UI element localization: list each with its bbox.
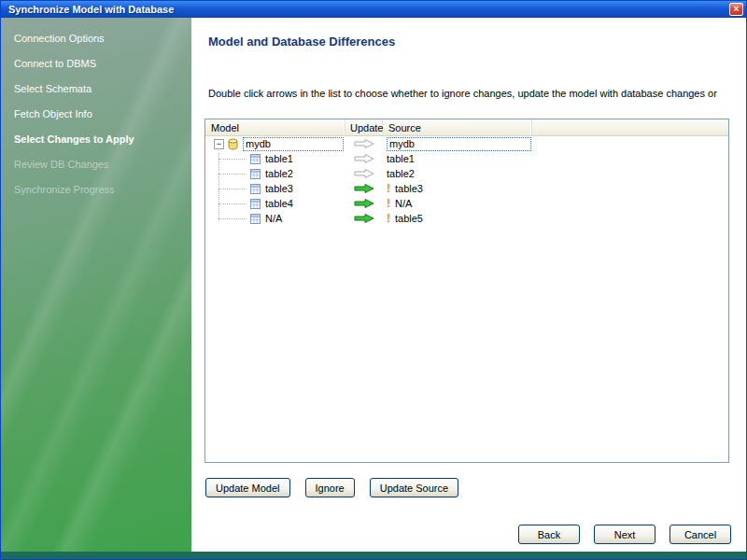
table-row[interactable]: table1table1 [205,151,728,166]
tree-expander-icon[interactable]: − [214,139,224,149]
table-row[interactable]: table2table2 [205,166,728,181]
update-cell [345,136,383,151]
tree-connector-line [218,218,247,219]
model-cell: table3 [205,181,345,196]
wizard-window: Synchronize Model with Database × Connec… [0,0,747,560]
update-arrow-icon[interactable] [353,198,375,209]
model-object-label: table4 [265,198,293,209]
ignore-arrow-icon[interactable] [353,153,375,164]
table-body: −mydbmydbtable1table1table2table2table3!… [205,136,728,226]
update-cell [345,181,383,196]
model-object-label: table1 [265,153,293,164]
source-object-label: table5 [395,213,423,224]
source-cell: !table5 [383,211,532,226]
ignore-button[interactable]: Ignore [305,478,355,497]
update-cell [345,151,383,166]
differences-table: Model Update Source −mydbmydbtable1table… [204,119,729,463]
model-object-label: N/A [265,213,282,224]
table-row[interactable]: table4!N/A [205,196,728,211]
titlebar: Synchronize Model with Database × [1,1,746,18]
source-cell: mydb [383,136,532,151]
warning-icon: ! [387,212,395,225]
sidebar-step-4: Fetch Object Info [1,101,191,126]
column-header-model[interactable]: Model [205,119,345,135]
update-cell [345,166,383,181]
update-cell [345,211,383,226]
model-cell: table1 [205,151,345,166]
window-title: Synchronize Model with Database [8,4,729,15]
wizard-sidebar: Connection OptionsConnect to DBMSSelect … [1,18,191,552]
cancel-button[interactable]: Cancel [669,525,731,544]
table-icon [249,153,261,165]
table-icon [249,213,261,225]
table-icon [249,168,261,180]
model-cell: −mydb [205,136,345,151]
source-cell: table1 [383,151,532,166]
table-row[interactable]: N/A!table5 [205,211,728,226]
source-object-label: N/A [395,198,412,209]
model-cell: table4 [205,196,345,211]
wizard-steps: Connection OptionsConnect to DBMSSelect … [1,18,191,202]
source-cell: table2 [383,166,532,181]
model-cell: N/A [205,211,345,226]
source-object-label: table2 [387,168,415,179]
page-title: Model and Database Differences [208,35,395,49]
update-arrow-icon[interactable] [353,213,375,224]
source-object-label: table3 [395,183,423,194]
navigation-buttons: Back Next Cancel [518,525,731,544]
tree-connector-line [218,153,219,220]
sidebar-step-2: Connect to DBMS [1,50,191,76]
source-object-label: table1 [387,153,415,164]
update-arrow-icon[interactable] [353,183,375,194]
main-content: Model and Database Differences Double cl… [191,18,746,552]
column-header-blank [532,119,728,135]
table-header: Model Update Source [205,119,728,136]
ignore-arrow-icon[interactable] [353,138,375,149]
sidebar-step-1: Connection Options [1,25,191,50]
action-buttons: Update Model Ignore Update Source [205,478,458,497]
next-button[interactable]: Next [594,525,655,544]
back-button[interactable]: Back [518,525,580,544]
model-cell: table2 [205,166,345,181]
table-row[interactable]: −mydbmydb [205,136,728,151]
update-model-button[interactable]: Update Model [205,478,290,497]
column-header-source[interactable]: Source [383,119,532,135]
sidebar-step-6: Review DB Changes [1,151,191,176]
sidebar-step-7: Synchronize Progress [1,176,191,202]
source-object-label: mydb [387,137,531,151]
tree-connector-line [218,159,247,160]
ignore-arrow-icon[interactable] [353,168,375,179]
table-icon [249,183,261,195]
tree-connector-line [218,174,247,175]
sidebar-step-5: Select Changes to Apply [1,126,191,151]
database-icon [227,138,239,150]
tree-connector-line [218,189,247,189]
warning-icon: ! [387,182,395,195]
model-object-label: table2 [265,168,293,179]
source-cell: !N/A [383,196,532,211]
model-object-label: table3 [265,183,293,194]
close-icon[interactable]: × [729,3,743,16]
tree-connector-line [218,203,247,204]
bottom-accent-bar [1,552,746,559]
sidebar-step-3: Select Schemata [1,76,191,101]
table-row[interactable]: table3!table3 [205,181,728,196]
warning-icon: ! [387,197,395,210]
update-source-button[interactable]: Update Source [370,478,458,497]
source-cell: !table3 [383,181,532,196]
model-object-label: mydb [243,137,344,151]
table-icon [249,198,261,210]
column-header-update[interactable]: Update [345,119,383,135]
instruction-text: Double click arrows in the list to choos… [208,88,717,99]
update-cell [345,196,383,211]
